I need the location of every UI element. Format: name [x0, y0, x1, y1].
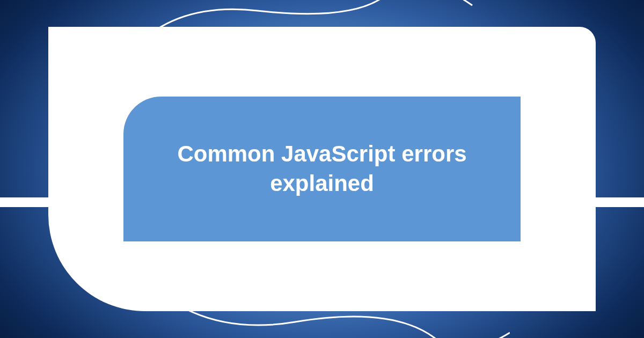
title-container: Common JavaScript errors explained: [123, 97, 521, 241]
card-title: Common JavaScript errors explained: [156, 139, 488, 198]
